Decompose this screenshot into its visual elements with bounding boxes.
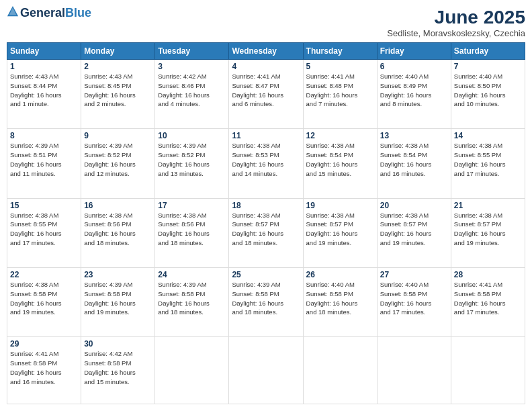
week-row-1: 1 Sunrise: 4:43 AMSunset: 8:44 PMDayligh… — [7, 60, 525, 129]
day-info-23: Sunrise: 4:39 AMSunset: 8:58 PMDaylight:… — [84, 281, 136, 316]
table-cell-21: 21 Sunrise: 4:38 AMSunset: 8:57 PMDaylig… — [451, 198, 525, 267]
day-num-16: 16 — [84, 201, 152, 210]
logo: GeneralBlue — [7, 7, 91, 19]
day-info-2: Sunrise: 4:43 AMSunset: 8:45 PMDaylight:… — [84, 73, 136, 107]
week-row-4: 22 Sunrise: 4:38 AMSunset: 8:58 PMDaylig… — [7, 267, 525, 336]
week-row-2: 8 Sunrise: 4:39 AMSunset: 8:51 PMDayligh… — [7, 129, 525, 198]
empty-cell-2 — [229, 337, 303, 404]
month-title: June 2025 — [387, 7, 525, 28]
table-cell-17: 17 Sunrise: 4:38 AMSunset: 8:56 PMDaylig… — [155, 198, 229, 267]
day-num-22: 22 — [10, 270, 78, 279]
day-info-20: Sunrise: 4:38 AMSunset: 8:57 PMDaylight:… — [380, 212, 432, 246]
table-cell-25: 25 Sunrise: 4:39 AMSunset: 8:58 PMDaylig… — [229, 267, 303, 336]
logo-text-blue: Blue — [65, 6, 91, 19]
table-cell-16: 16 Sunrise: 4:38 AMSunset: 8:56 PMDaylig… — [81, 198, 155, 267]
table-cell-30: 30 Sunrise: 4:42 AMSunset: 8:58 PMDaylig… — [81, 337, 155, 404]
table-cell-28: 28 Sunrise: 4:41 AMSunset: 8:58 PMDaylig… — [451, 267, 525, 336]
table-cell-14: 14 Sunrise: 4:38 AMSunset: 8:55 PMDaylig… — [451, 129, 525, 198]
day-num-11: 11 — [232, 131, 300, 140]
logo-icon — [7, 5, 19, 17]
day-info-1: Sunrise: 4:43 AMSunset: 8:44 PMDaylight:… — [10, 73, 62, 107]
day-info-10: Sunrise: 4:39 AMSunset: 8:52 PMDaylight:… — [158, 142, 210, 177]
table-cell-2: 2 Sunrise: 4:43 AMSunset: 8:45 PMDayligh… — [81, 60, 155, 129]
day-info-17: Sunrise: 4:38 AMSunset: 8:56 PMDaylight:… — [158, 212, 210, 246]
day-info-25: Sunrise: 4:39 AMSunset: 8:58 PMDaylight:… — [232, 281, 283, 316]
day-info-24: Sunrise: 4:39 AMSunset: 8:58 PMDaylight:… — [158, 281, 210, 316]
col-saturday: Saturday — [451, 43, 525, 60]
table-cell-11: 11 Sunrise: 4:38 AMSunset: 8:53 PMDaylig… — [229, 129, 303, 198]
empty-cell-1 — [155, 337, 229, 404]
day-num-5: 5 — [306, 62, 374, 71]
day-num-9: 9 — [84, 131, 152, 140]
table-cell-5: 5 Sunrise: 4:41 AMSunset: 8:48 PMDayligh… — [303, 60, 377, 129]
day-num-28: 28 — [454, 270, 522, 279]
day-num-29: 29 — [10, 339, 78, 349]
day-info-29: Sunrise: 4:41 AMSunset: 8:58 PMDaylight:… — [10, 350, 62, 385]
logo-text-general: General — [20, 6, 65, 19]
day-info-7: Sunrise: 4:40 AMSunset: 8:50 PMDaylight:… — [454, 73, 506, 107]
table-cell-27: 27 Sunrise: 4:40 AMSunset: 8:58 PMDaylig… — [377, 267, 451, 336]
table-cell-18: 18 Sunrise: 4:38 AMSunset: 8:57 PMDaylig… — [229, 198, 303, 267]
table-cell-12: 12 Sunrise: 4:38 AMSunset: 8:54 PMDaylig… — [303, 129, 377, 198]
day-num-30: 30 — [84, 339, 152, 349]
table-cell-20: 20 Sunrise: 4:38 AMSunset: 8:57 PMDaylig… — [377, 198, 451, 267]
day-info-5: Sunrise: 4:41 AMSunset: 8:48 PMDaylight:… — [306, 73, 358, 107]
day-info-16: Sunrise: 4:38 AMSunset: 8:56 PMDaylight:… — [84, 212, 136, 246]
day-num-23: 23 — [84, 270, 152, 279]
day-info-27: Sunrise: 4:40 AMSunset: 8:58 PMDaylight:… — [380, 281, 432, 316]
table-cell-6: 6 Sunrise: 4:40 AMSunset: 8:49 PMDayligh… — [377, 60, 451, 129]
day-num-19: 19 — [306, 201, 374, 210]
table-cell-23: 23 Sunrise: 4:39 AMSunset: 8:58 PMDaylig… — [81, 267, 155, 336]
day-num-10: 10 — [158, 131, 226, 140]
calendar-table: Sunday Monday Tuesday Wednesday Thursday… — [7, 42, 525, 404]
day-num-6: 6 — [380, 62, 448, 71]
day-info-3: Sunrise: 4:42 AMSunset: 8:46 PMDaylight:… — [158, 73, 210, 107]
day-num-25: 25 — [232, 270, 300, 279]
table-cell-19: 19 Sunrise: 4:38 AMSunset: 8:57 PMDaylig… — [303, 198, 377, 267]
day-num-21: 21 — [454, 201, 522, 210]
day-info-21: Sunrise: 4:38 AMSunset: 8:57 PMDaylight:… — [454, 212, 506, 246]
day-num-17: 17 — [158, 201, 226, 210]
week-row-3: 15 Sunrise: 4:38 AMSunset: 8:55 PMDaylig… — [7, 198, 525, 267]
calendar-header-row: Sunday Monday Tuesday Wednesday Thursday… — [7, 43, 525, 60]
week-row-5: 29 Sunrise: 4:41 AMSunset: 8:58 PMDaylig… — [7, 337, 525, 404]
col-sunday: Sunday — [7, 43, 81, 60]
day-num-27: 27 — [380, 270, 448, 279]
day-info-13: Sunrise: 4:38 AMSunset: 8:54 PMDaylight:… — [380, 142, 432, 177]
day-info-9: Sunrise: 4:39 AMSunset: 8:52 PMDaylight:… — [84, 142, 136, 177]
col-thursday: Thursday — [303, 43, 377, 60]
day-num-1: 1 — [10, 62, 78, 71]
col-tuesday: Tuesday — [155, 43, 229, 60]
col-friday: Friday — [377, 43, 451, 60]
empty-cell-4 — [377, 337, 451, 404]
day-num-20: 20 — [380, 201, 448, 210]
day-info-14: Sunrise: 4:38 AMSunset: 8:55 PMDaylight:… — [454, 142, 506, 177]
page: GeneralBlue June 2025 Sedliste, Moravsko… — [0, 0, 532, 411]
table-cell-3: 3 Sunrise: 4:42 AMSunset: 8:46 PMDayligh… — [155, 60, 229, 129]
day-num-24: 24 — [158, 270, 226, 279]
table-cell-29: 29 Sunrise: 4:41 AMSunset: 8:58 PMDaylig… — [7, 337, 81, 404]
day-num-2: 2 — [84, 62, 152, 71]
table-cell-8: 8 Sunrise: 4:39 AMSunset: 8:51 PMDayligh… — [7, 129, 81, 198]
table-cell-26: 26 Sunrise: 4:40 AMSunset: 8:58 PMDaylig… — [303, 267, 377, 336]
day-num-7: 7 — [454, 62, 522, 71]
day-info-30: Sunrise: 4:42 AMSunset: 8:58 PMDaylight:… — [84, 350, 136, 385]
table-cell-1: 1 Sunrise: 4:43 AMSunset: 8:44 PMDayligh… — [7, 60, 81, 129]
day-info-8: Sunrise: 4:39 AMSunset: 8:51 PMDaylight:… — [10, 142, 62, 177]
day-info-28: Sunrise: 4:41 AMSunset: 8:58 PMDaylight:… — [454, 281, 506, 316]
day-num-3: 3 — [158, 62, 226, 71]
table-cell-7: 7 Sunrise: 4:40 AMSunset: 8:50 PMDayligh… — [451, 60, 525, 129]
table-cell-9: 9 Sunrise: 4:39 AMSunset: 8:52 PMDayligh… — [81, 129, 155, 198]
table-cell-13: 13 Sunrise: 4:38 AMSunset: 8:54 PMDaylig… — [377, 129, 451, 198]
day-num-13: 13 — [380, 131, 448, 140]
day-num-14: 14 — [454, 131, 522, 140]
day-num-18: 18 — [232, 201, 300, 210]
day-info-15: Sunrise: 4:38 AMSunset: 8:55 PMDaylight:… — [10, 212, 62, 246]
day-num-26: 26 — [306, 270, 374, 279]
day-info-11: Sunrise: 4:38 AMSunset: 8:53 PMDaylight:… — [232, 142, 283, 177]
empty-cell-5 — [451, 337, 525, 404]
empty-cell-3 — [303, 337, 377, 404]
title-block: June 2025 Sedliste, Moravskoslezsky, Cze… — [387, 7, 525, 38]
col-monday: Monday — [81, 43, 155, 60]
day-num-15: 15 — [10, 201, 78, 210]
